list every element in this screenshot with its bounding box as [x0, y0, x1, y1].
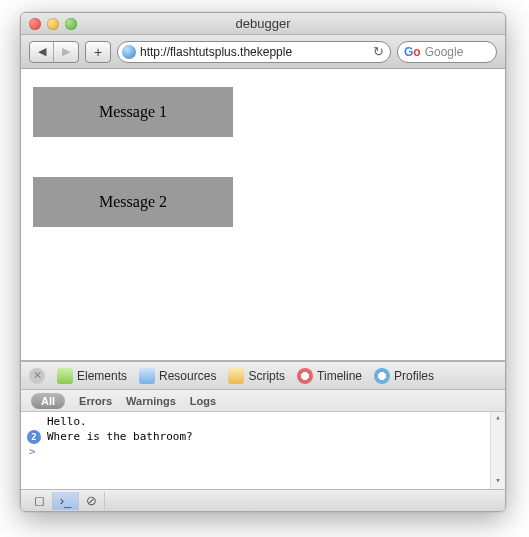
elements-icon: [57, 368, 73, 384]
tab-profiles[interactable]: Profiles: [374, 368, 434, 384]
message-label: Message 1: [99, 103, 167, 121]
search-placeholder: Google: [425, 45, 464, 59]
scripts-icon: [228, 368, 244, 384]
page-content: Message 1 Message 2: [21, 69, 505, 361]
console-line: Hello.: [21, 414, 505, 429]
console-output: Hello. 2 Where is the bathroom? > ▴ ▾: [21, 412, 505, 489]
filter-warnings[interactable]: Warnings: [126, 395, 176, 407]
filter-errors[interactable]: Errors: [79, 395, 112, 407]
forward-button[interactable]: ▶: [54, 42, 78, 62]
google-logo-icon: Go: [404, 45, 421, 59]
console-toggle-button[interactable]: ›_: [53, 492, 79, 510]
tab-elements[interactable]: Elements: [57, 368, 127, 384]
search-field[interactable]: Go Google: [397, 41, 497, 63]
filter-logs[interactable]: Logs: [190, 395, 216, 407]
browser-window: debugger ◀ ▶ + http://flashtutsplus.thek…: [20, 12, 506, 512]
browser-toolbar: ◀ ▶ + http://flashtutsplus.thekepple ↻ G…: [21, 35, 505, 69]
scrollbar[interactable]: ▴ ▾: [490, 412, 505, 489]
message-button-2[interactable]: Message 2: [33, 177, 233, 227]
scroll-down-icon[interactable]: ▾: [491, 475, 505, 489]
resources-icon: [139, 368, 155, 384]
devtools-tabs: ✕ Elements Resources Scripts Timeline Pr…: [21, 362, 505, 390]
timeline-icon: [297, 368, 313, 384]
reload-icon[interactable]: ↻: [371, 44, 386, 59]
add-bookmark-button[interactable]: +: [85, 41, 111, 63]
clear-console-button[interactable]: ⊘: [79, 492, 105, 510]
tab-timeline[interactable]: Timeline: [297, 368, 362, 384]
devtools-close-icon[interactable]: ✕: [29, 368, 45, 384]
scroll-up-icon[interactable]: ▴: [491, 412, 505, 426]
devtools-footer: ◻ ›_ ⊘: [21, 489, 505, 511]
filter-all[interactable]: All: [31, 393, 65, 409]
tab-resources[interactable]: Resources: [139, 368, 216, 384]
message-button-1[interactable]: Message 1: [33, 87, 233, 137]
profiles-icon: [374, 368, 390, 384]
console-prompt[interactable]: >: [21, 444, 505, 459]
url-text: http://flashtutsplus.thekepple: [140, 45, 367, 59]
globe-icon: [122, 45, 136, 59]
window-title: debugger: [21, 16, 505, 31]
console-filters: All Errors Warnings Logs: [21, 390, 505, 412]
devtools-panel: ✕ Elements Resources Scripts Timeline Pr…: [21, 361, 505, 511]
url-bar[interactable]: http://flashtutsplus.thekepple ↻: [117, 41, 391, 63]
dock-button[interactable]: ◻: [27, 492, 53, 510]
tab-scripts[interactable]: Scripts: [228, 368, 285, 384]
repeat-count-badge: 2: [27, 430, 41, 444]
titlebar: debugger: [21, 13, 505, 35]
nav-back-forward: ◀ ▶: [29, 41, 79, 63]
back-button[interactable]: ◀: [30, 42, 54, 62]
console-line: 2 Where is the bathroom?: [21, 429, 505, 444]
message-label: Message 2: [99, 193, 167, 211]
